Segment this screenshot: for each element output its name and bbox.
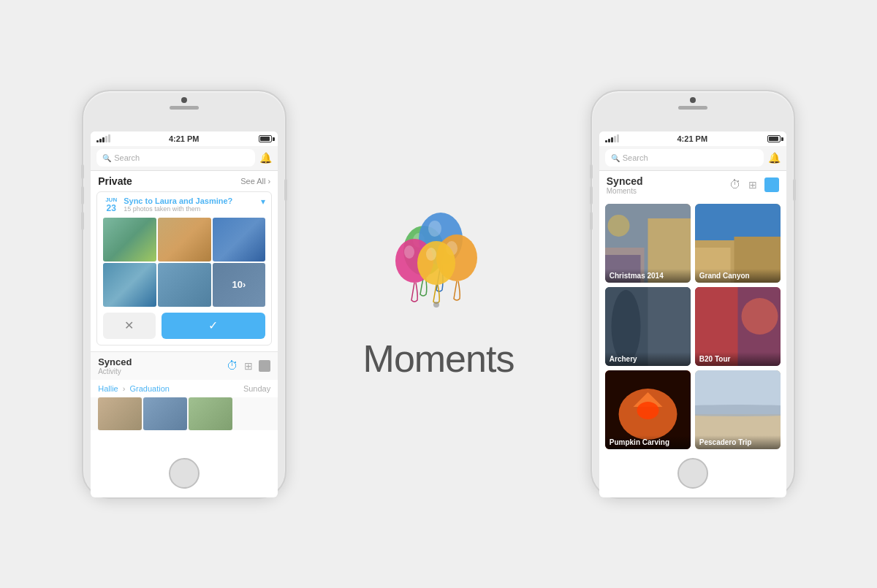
sync-title: Sync to Laura and Jasmine? (124, 196, 257, 205)
search-icon-left: 🔍 (102, 154, 111, 162)
power-button (284, 179, 287, 201)
synced-view-icons: ⏱ ⊞ (227, 359, 270, 373)
clock-icon[interactable]: ⏱ (227, 359, 238, 373)
volume-up-button-right (590, 186, 593, 205)
search-bar-right[interactable]: 🔍 Search 🔔 (599, 146, 786, 171)
camera-dot (181, 97, 187, 103)
signal-icon (96, 135, 110, 142)
moment-card-b20[interactable]: B20 Tour (695, 287, 781, 366)
grid-icon[interactable]: ⊞ (244, 360, 253, 372)
activity-arrow: › (123, 384, 126, 393)
phone-top-right (592, 91, 794, 131)
phone-top-left (83, 91, 285, 131)
photo-cell-3 (213, 218, 266, 261)
history-icon[interactable]: ⏱ (729, 178, 741, 191)
volume-down-button-right (590, 212, 593, 230)
svg-point-29 (637, 402, 658, 419)
scene: 4:21 PM 🔍 Search 🔔 Private See All › (0, 0, 877, 588)
moment-label-canyon: Grand Canyon (695, 269, 781, 283)
photo-cell-4 (103, 263, 156, 307)
activity-day: Sunday (243, 384, 270, 393)
signal-area-right (605, 135, 619, 142)
moment-label-b20: B20 Tour (695, 352, 781, 366)
sync-info: Sync to Laura and Jasmine? 15 photos tak… (124, 196, 257, 213)
camera-dot-right (690, 97, 696, 103)
svg-point-32 (695, 405, 781, 416)
moment-card-pescadero[interactable]: Pescadero Trip (695, 370, 781, 449)
moments-view-icons: ⏱ ⊞ (729, 177, 779, 192)
activity-thumb-1 (98, 397, 142, 430)
moment-card-christmas[interactable]: Christmas 2014 (605, 204, 691, 283)
notification-bell-right[interactable]: 🔔 (768, 152, 781, 164)
search-bar-left[interactable]: 🔍 Search 🔔 (91, 146, 278, 171)
search-input-right[interactable]: 🔍 Search (605, 149, 764, 167)
home-button-right[interactable] (677, 458, 708, 489)
sync-date: JUN 23 (103, 196, 119, 213)
svg-point-5 (404, 245, 414, 259)
activity-row: Hallie › Graduation Sunday (91, 380, 278, 397)
synced-moments-title: Synced (607, 175, 643, 187)
synced-section-left: Synced Activity ⏱ ⊞ Hallie › Graduation (91, 351, 278, 430)
speaker-grill (170, 106, 199, 110)
center-logo: Moments (363, 208, 515, 381)
sync-day: 23 (107, 203, 116, 213)
activity-thumb-3 (189, 397, 232, 430)
moment-card-pumpkin[interactable]: Pumpkin Carving (605, 370, 691, 449)
signal-area (96, 135, 110, 142)
signal-icon-right (605, 135, 619, 142)
activity-event: Graduation (130, 384, 170, 393)
right-phone: 4:21 PM 🔍 Search 🔔 Synced Moments (591, 90, 795, 499)
photo-cell-5 (158, 263, 211, 307)
status-bar-right: 4:21 PM (599, 131, 786, 146)
notification-bell-left[interactable]: 🔔 (259, 152, 272, 164)
synced-header-left: Synced Activity ⏱ ⊞ (91, 352, 278, 380)
svg-point-25 (741, 298, 778, 335)
search-placeholder-left: Search (114, 153, 140, 162)
svg-point-14 (607, 215, 629, 237)
sync-subtitle: 15 photos taken with them (124, 205, 257, 213)
grid-view-icon[interactable]: ⊞ (748, 179, 757, 191)
volume-up-button (81, 186, 84, 205)
battery-icon-left (259, 135, 272, 142)
status-time-left: 4:21 PM (169, 134, 200, 143)
home-button-left[interactable] (169, 458, 200, 489)
confirm-button[interactable]: ✓ (162, 313, 266, 339)
moment-card-canyon[interactable]: Grand Canyon (695, 204, 781, 283)
square-icon[interactable] (259, 360, 270, 372)
photo-cell-2 (158, 218, 211, 261)
synced-title-block: Synced Activity (98, 356, 132, 375)
private-section-header: Private See All › (91, 171, 278, 191)
sync-action-buttons: ✕ ✓ (97, 307, 271, 345)
cancel-button[interactable]: ✕ (103, 313, 155, 339)
app-title: Moments (363, 337, 515, 381)
volume-down-button (81, 212, 84, 230)
moments-grid: Christmas 2014 Grand Canyon (605, 204, 781, 449)
balloon-logo (391, 208, 486, 325)
sync-card[interactable]: JUN 23 Sync to Laura and Jasmine? 15 pho… (96, 191, 272, 345)
moment-label-pumpkin: Pumpkin Carving (605, 435, 691, 449)
see-all-button[interactable]: See All › (240, 177, 270, 186)
search-input-left[interactable]: 🔍 Search (96, 149, 255, 167)
photo-cell-more: 10› (213, 263, 266, 307)
left-phone: 4:21 PM 🔍 Search 🔔 Private See All › (82, 90, 286, 499)
status-time-right: 4:21 PM (677, 134, 707, 143)
activity-thumb-2 (143, 397, 187, 430)
svg-point-8 (417, 241, 455, 285)
mute-button (81, 164, 84, 179)
synced-moments-header: Synced Moments ⏱ ⊞ (599, 171, 786, 199)
search-icon-right: 🔍 (611, 154, 620, 162)
svg-point-9 (426, 248, 436, 261)
synced-moments-subtitle: Moments (607, 187, 643, 195)
battery-icon-right (767, 135, 781, 142)
moment-card-archery[interactable]: Archery (605, 287, 691, 366)
activity-names: Hallie › Graduation (98, 384, 170, 393)
private-title: Private (98, 175, 132, 187)
speaker-grill-right (678, 106, 707, 110)
activity-person: Hallie (98, 384, 118, 393)
sync-header: JUN 23 Sync to Laura and Jasmine? 15 pho… (97, 192, 271, 218)
svg-point-10 (433, 302, 439, 308)
list-view-icon[interactable] (764, 177, 779, 192)
sync-chevron-icon: ▾ (261, 196, 265, 207)
power-button-right (793, 179, 796, 201)
right-screen: 4:21 PM 🔍 Search 🔔 Synced Moments (599, 131, 786, 497)
